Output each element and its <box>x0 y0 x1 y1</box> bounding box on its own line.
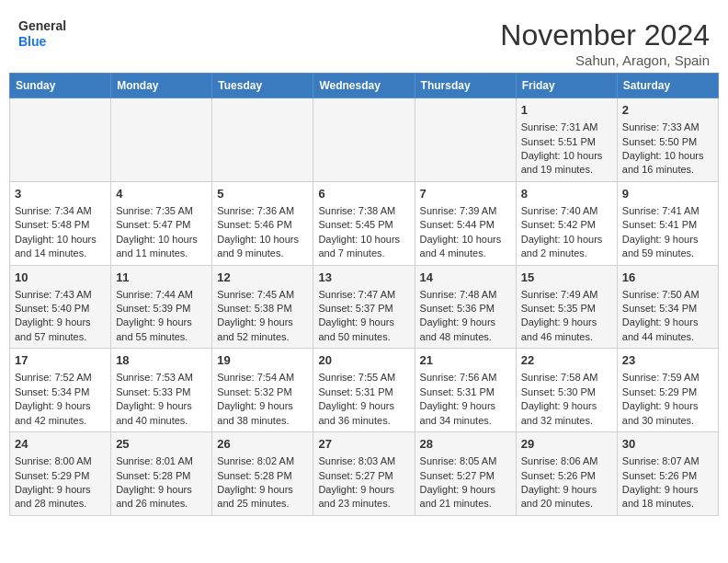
col-header-friday: Friday <box>516 74 617 98</box>
day-info: Sunset: 5:35 PM <box>521 302 612 316</box>
day-cell: 29Sunrise: 8:06 AMSunset: 5:26 PMDayligh… <box>516 432 617 516</box>
day-info: Daylight: 10 hours and 2 minutes. <box>521 233 612 261</box>
day-info: Daylight: 9 hours and 38 minutes. <box>217 399 308 428</box>
day-cell: 12Sunrise: 7:45 AMSunset: 5:38 PMDayligh… <box>212 265 313 349</box>
day-number: 4 <box>116 186 207 202</box>
day-cell: 1Sunrise: 7:31 AMSunset: 5:51 PMDaylight… <box>516 98 617 182</box>
day-cell: 11Sunrise: 7:44 AMSunset: 5:39 PMDayligh… <box>111 265 212 349</box>
day-number: 30 <box>622 436 713 453</box>
day-cell: 6Sunrise: 7:38 AMSunset: 5:45 PMDaylight… <box>313 181 415 265</box>
day-info: Sunset: 5:32 PM <box>217 385 308 399</box>
day-number: 23 <box>622 352 713 369</box>
day-info: Sunrise: 8:05 AM <box>420 454 511 468</box>
day-info: Daylight: 9 hours and 28 minutes. <box>15 483 106 511</box>
col-header-wednesday: Wednesday <box>313 74 415 98</box>
day-cell: 26Sunrise: 8:02 AMSunset: 5:28 PMDayligh… <box>212 432 313 516</box>
day-info: Sunrise: 7:50 AM <box>622 288 713 302</box>
day-info: Daylight: 9 hours and 50 minutes. <box>318 316 409 344</box>
day-info: Daylight: 10 hours and 14 minutes. <box>15 233 106 261</box>
day-info: Daylight: 9 hours and 23 minutes. <box>318 483 409 511</box>
day-info: Daylight: 9 hours and 26 minutes. <box>116 483 207 511</box>
day-info: Sunset: 5:27 PM <box>420 469 511 483</box>
day-cell <box>212 98 313 182</box>
day-info: Daylight: 10 hours and 19 minutes. <box>521 149 612 178</box>
day-cell: 24Sunrise: 8:00 AMSunset: 5:29 PMDayligh… <box>10 432 111 516</box>
calendar-table: SundayMondayTuesdayWednesdayThursdayFrid… <box>9 73 719 516</box>
page-header: General Blue November 2024 Sahun, Aragon… <box>9 9 719 73</box>
week-row-3: 10Sunrise: 7:43 AMSunset: 5:40 PMDayligh… <box>10 265 719 349</box>
day-number: 8 <box>521 186 612 202</box>
day-info: Sunrise: 7:33 AM <box>622 121 713 134</box>
day-info: Sunrise: 7:53 AM <box>116 371 207 385</box>
day-info: Daylight: 9 hours and 52 minutes. <box>217 316 308 344</box>
day-cell: 16Sunrise: 7:50 AMSunset: 5:34 PMDayligh… <box>617 265 718 349</box>
day-info: Sunset: 5:34 PM <box>15 385 106 399</box>
day-info: Sunrise: 8:03 AM <box>318 454 409 468</box>
header-row: SundayMondayTuesdayWednesdayThursdayFrid… <box>10 74 719 98</box>
day-number: 9 <box>622 186 713 202</box>
week-row-5: 24Sunrise: 8:00 AMSunset: 5:29 PMDayligh… <box>10 432 719 516</box>
day-info: Sunset: 5:50 PM <box>622 135 713 149</box>
day-cell: 30Sunrise: 8:07 AMSunset: 5:26 PMDayligh… <box>617 432 718 516</box>
day-number: 27 <box>318 436 409 453</box>
day-number: 20 <box>318 352 409 369</box>
day-info: Daylight: 9 hours and 46 minutes. <box>521 316 612 344</box>
day-cell: 5Sunrise: 7:36 AMSunset: 5:46 PMDaylight… <box>212 181 313 265</box>
logo: General Blue <box>18 18 66 50</box>
day-info: Sunrise: 8:06 AM <box>521 454 612 468</box>
day-cell <box>111 98 212 182</box>
day-info: Sunrise: 7:36 AM <box>217 204 308 218</box>
day-number: 2 <box>622 102 713 119</box>
day-number: 1 <box>521 102 612 119</box>
day-info: Sunset: 5:31 PM <box>318 385 409 399</box>
day-cell: 25Sunrise: 8:01 AMSunset: 5:28 PMDayligh… <box>111 432 212 516</box>
day-cell <box>415 98 516 182</box>
col-header-thursday: Thursday <box>415 74 516 98</box>
day-info: Daylight: 9 hours and 20 minutes. <box>521 483 612 511</box>
day-info: Sunset: 5:46 PM <box>217 218 308 232</box>
day-info: Sunset: 5:28 PM <box>116 469 207 483</box>
day-info: Sunrise: 8:01 AM <box>116 454 207 468</box>
day-info: Daylight: 9 hours and 55 minutes. <box>116 316 207 344</box>
day-cell <box>10 98 111 182</box>
day-info: Sunset: 5:33 PM <box>116 385 207 399</box>
day-info: Sunset: 5:44 PM <box>420 218 511 232</box>
day-info: Sunset: 5:26 PM <box>521 469 612 483</box>
day-info: Daylight: 10 hours and 9 minutes. <box>217 233 308 261</box>
day-cell: 17Sunrise: 7:52 AMSunset: 5:34 PMDayligh… <box>10 349 111 432</box>
day-cell: 4Sunrise: 7:35 AMSunset: 5:47 PMDaylight… <box>111 181 212 265</box>
day-info: Sunset: 5:51 PM <box>521 135 612 149</box>
day-info: Daylight: 9 hours and 44 minutes. <box>622 316 713 344</box>
day-cell <box>313 98 415 182</box>
day-cell: 7Sunrise: 7:39 AMSunset: 5:44 PMDaylight… <box>415 181 516 265</box>
week-row-1: 1Sunrise: 7:31 AMSunset: 5:51 PMDaylight… <box>10 98 719 182</box>
day-number: 24 <box>15 436 106 453</box>
day-info: Sunrise: 8:02 AM <box>217 454 308 468</box>
day-number: 16 <box>622 270 713 286</box>
day-cell: 23Sunrise: 7:59 AMSunset: 5:29 PMDayligh… <box>617 349 718 432</box>
day-info: Sunset: 5:48 PM <box>15 218 106 232</box>
day-cell: 20Sunrise: 7:55 AMSunset: 5:31 PMDayligh… <box>313 349 415 432</box>
title-block: November 2024 Sahun, Aragon, Spain <box>500 18 710 68</box>
day-info: Sunset: 5:40 PM <box>15 302 106 316</box>
day-number: 3 <box>15 186 106 202</box>
day-info: Daylight: 9 hours and 57 minutes. <box>15 316 106 344</box>
day-info: Sunrise: 7:52 AM <box>15 371 106 385</box>
day-info: Daylight: 9 hours and 42 minutes. <box>15 399 106 428</box>
day-number: 11 <box>116 270 207 286</box>
logo-blue-text: Blue <box>18 34 66 50</box>
day-info: Sunrise: 7:44 AM <box>116 288 207 302</box>
day-cell: 15Sunrise: 7:49 AMSunset: 5:35 PMDayligh… <box>516 265 617 349</box>
day-number: 5 <box>217 186 308 202</box>
day-number: 28 <box>420 436 511 453</box>
day-info: Daylight: 9 hours and 30 minutes. <box>622 399 713 428</box>
day-cell: 27Sunrise: 8:03 AMSunset: 5:27 PMDayligh… <box>313 432 415 516</box>
day-cell: 9Sunrise: 7:41 AMSunset: 5:41 PMDaylight… <box>617 181 718 265</box>
day-info: Sunset: 5:27 PM <box>318 469 409 483</box>
day-cell: 8Sunrise: 7:40 AMSunset: 5:42 PMDaylight… <box>516 181 617 265</box>
day-info: Sunrise: 7:34 AM <box>15 204 106 218</box>
day-number: 18 <box>116 352 207 369</box>
col-header-saturday: Saturday <box>617 74 718 98</box>
day-info: Daylight: 9 hours and 36 minutes. <box>318 399 409 428</box>
day-info: Daylight: 10 hours and 7 minutes. <box>318 233 409 261</box>
